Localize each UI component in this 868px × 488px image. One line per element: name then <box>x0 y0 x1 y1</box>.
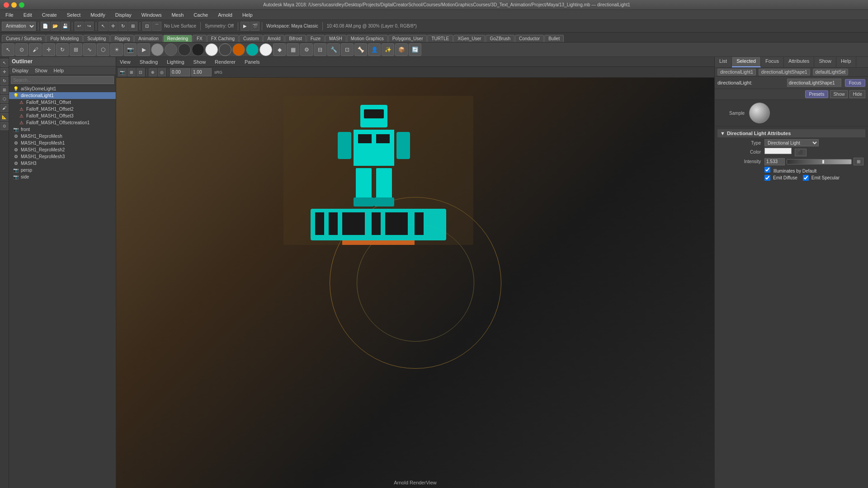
shelf-tab-bullet[interactable]: Bullet <box>544 35 564 42</box>
light-icon[interactable]: ☀ <box>110 43 123 56</box>
list-item[interactable]: 💡 aiSkyDomeLight1 <box>9 85 116 92</box>
focus-button[interactable]: Focus <box>845 79 865 87</box>
shelf-tab-bifrost[interactable]: Bifrost <box>285 35 306 42</box>
move-icon[interactable]: ✛ <box>42 43 55 56</box>
render-icon[interactable]: ▶ <box>137 43 150 56</box>
shelf-tab-xgen[interactable]: XGen_User <box>453 35 485 42</box>
emit-specular-checkbox[interactable] <box>803 175 809 181</box>
shelf-tab-gozbrush[interactable]: GoZBrush <box>486 35 514 42</box>
attr-tab-show[interactable]: Show <box>814 57 836 67</box>
sphere-white2-icon[interactable] <box>259 43 272 56</box>
snap-grid-btn[interactable]: ⊡ <box>142 22 151 31</box>
mesh-icon[interactable]: ⊟ <box>314 43 326 56</box>
undo-btn[interactable]: ↩ <box>75 22 84 31</box>
sphere-grey-icon[interactable] <box>219 43 231 56</box>
show-button[interactable]: Show <box>830 90 848 98</box>
menu-select[interactable]: Select <box>65 11 83 19</box>
sphere-white-icon[interactable] <box>205 43 218 56</box>
color-swatch[interactable] <box>764 148 792 154</box>
viewport-menu-shading[interactable]: Shading <box>138 58 160 66</box>
select-icon[interactable]: ↖ <box>2 43 14 56</box>
shelf-tab-curves[interactable]: Curves / Surfaces <box>2 35 46 42</box>
tools-icon[interactable]: 🔧 <box>327 43 340 56</box>
rotate-icon[interactable]: ↻ <box>56 43 69 56</box>
list-item[interactable]: ⚙ MASH3 <box>9 160 116 167</box>
attr-tab-selected[interactable]: Selected <box>732 57 761 67</box>
menu-windows[interactable]: Windows <box>140 11 164 19</box>
list-item[interactable]: 📷 front <box>9 126 116 133</box>
tool-poly[interactable]: ⬡ <box>0 95 9 103</box>
menu-display[interactable]: Display <box>113 11 133 19</box>
snap-btn[interactable]: ⊕ <box>149 68 157 76</box>
shelf-tab-custom[interactable]: Custom <box>239 35 263 42</box>
sphere3-icon[interactable] <box>178 43 191 56</box>
shelf-tab-sculpting[interactable]: Sculpting <box>83 35 110 42</box>
list-item[interactable]: 📷 persp <box>9 167 116 174</box>
tool-select[interactable]: ↖ <box>0 59 9 67</box>
menu-cache[interactable]: Cache <box>192 11 210 19</box>
outliner-menu-display[interactable]: Display <box>11 67 30 74</box>
playback-btn[interactable]: ▶ <box>241 22 250 31</box>
tool-move[interactable]: ✛ <box>0 68 9 76</box>
save-file-btn[interactable]: 💾 <box>61 22 70 31</box>
list-item-selected[interactable]: 💡 directionalLight1 <box>9 92 116 99</box>
shelf-tab-rigging[interactable]: Rigging <box>110 35 134 42</box>
directional-light-section[interactable]: ▼ Directional Light Attributes <box>717 129 865 137</box>
breadcrumb-item-2[interactable]: directionalLightShape1 <box>759 69 810 75</box>
viewport-value2[interactable] <box>191 68 212 76</box>
shelf-tab-conductor[interactable]: Conductor <box>515 35 544 42</box>
search-input[interactable] <box>11 76 114 84</box>
maximize-button[interactable] <box>19 2 24 8</box>
list-item[interactable]: 📷 side <box>9 174 116 180</box>
toggle-btn[interactable]: ◎ <box>158 68 166 76</box>
sphere-icon[interactable] <box>151 43 164 56</box>
select-tool[interactable]: ↖ <box>99 22 108 31</box>
camera-select-btn[interactable]: 📷 <box>118 68 127 76</box>
shelf-tab-mash[interactable]: MASH <box>325 35 346 42</box>
deform-icon[interactable]: ⊡ <box>341 43 354 56</box>
attr-tab-attributes[interactable]: Attributes <box>784 57 814 67</box>
intensity-expand-btn[interactable]: ⊞ <box>854 158 863 165</box>
illuminates-checkbox[interactable] <box>764 167 770 173</box>
sphere-black-icon[interactable] <box>192 43 204 56</box>
breadcrumb-item-3[interactable]: defaultLightSet <box>813 69 849 75</box>
shelf-tab-turtle[interactable]: TURTLE <box>427 35 453 42</box>
sphere2-icon[interactable] <box>165 43 177 56</box>
shelf-tab-rendering[interactable]: Rendering <box>163 35 192 42</box>
minimize-button[interactable] <box>11 2 17 8</box>
cache-icon[interactable]: 📦 <box>395 43 408 56</box>
scale-tool[interactable]: ⊞ <box>128 22 137 31</box>
attr-tab-list[interactable]: List <box>715 57 732 67</box>
list-item[interactable]: ⚠ Falloff_MASH1_Offsetcreation1 <box>9 119 116 126</box>
shelf-tab-motiongraphics[interactable]: Motion Graphics <box>347 35 388 42</box>
curve-icon[interactable]: ∿ <box>83 43 96 56</box>
shelf-tab-fuze[interactable]: Fuze <box>307 35 325 42</box>
shelf-tab-polygons[interactable]: Polygons_User <box>388 35 427 42</box>
scale-icon[interactable]: ⊞ <box>70 43 82 56</box>
sphere-teal-icon[interactable] <box>246 43 259 56</box>
menu-arnold[interactable]: Arnold <box>216 11 234 19</box>
rigging-icon[interactable]: 🦴 <box>354 43 367 56</box>
surface-icon[interactable]: ⬡ <box>97 43 109 56</box>
color-picker-btn[interactable]: ⬛ <box>795 149 807 156</box>
fx-icon[interactable]: ✨ <box>382 43 394 56</box>
window-controls[interactable] <box>4 2 24 8</box>
type-select[interactable]: Directional Light <box>764 139 819 146</box>
list-item[interactable]: ⚙ MASH1_ReproMesh1 <box>9 140 116 146</box>
rotate-tool[interactable]: ↻ <box>118 22 127 31</box>
attr-tab-focus[interactable]: Focus <box>761 57 784 67</box>
viewport-menu-renderer[interactable]: Renderer <box>213 58 237 66</box>
workspace-selector[interactable]: Animation <box>2 22 36 31</box>
hide-button[interactable]: Hide <box>849 90 865 98</box>
menu-mesh[interactable]: Mesh <box>170 11 185 19</box>
paint-icon[interactable]: 🖌 <box>29 43 42 56</box>
move-tool[interactable]: ✛ <box>108 22 118 31</box>
grid-btn[interactable]: ⊞ <box>127 68 136 76</box>
arnold-render-icon[interactable]: 🔄 <box>409 43 421 56</box>
tool-measure[interactable]: 📐 <box>0 113 9 121</box>
tool-rotate[interactable]: ↻ <box>0 77 9 85</box>
presets-button[interactable]: Presets <box>805 90 829 98</box>
open-file-btn[interactable]: 📂 <box>51 22 60 31</box>
outliner-menu-help[interactable]: Help <box>52 67 66 74</box>
viewport-menu-view[interactable]: View <box>118 58 132 66</box>
